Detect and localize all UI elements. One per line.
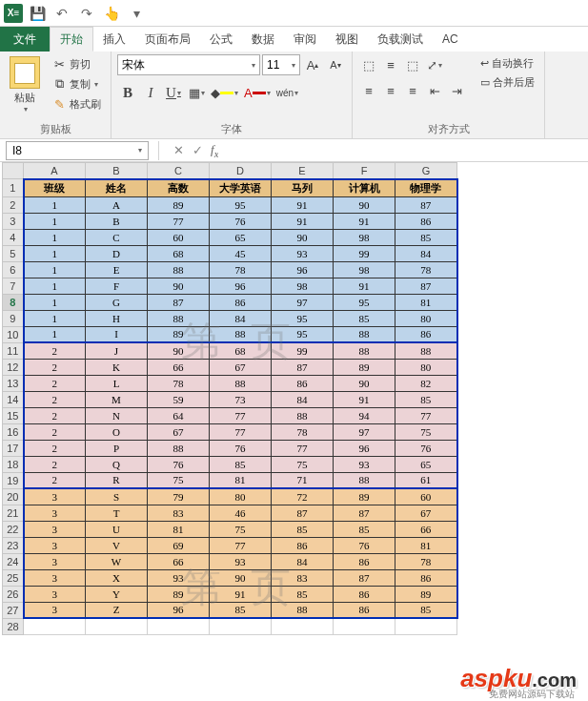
row-header[interactable]: 19 [3, 472, 24, 488]
format-painter-button[interactable]: ✎格式刷 [48, 94, 105, 113]
cell[interactable]: 86 [395, 569, 457, 586]
cell[interactable]: 73 [210, 391, 272, 407]
cell[interactable] [210, 618, 272, 634]
tab-ac[interactable]: AC [433, 27, 468, 52]
cell[interactable]: 76 [334, 537, 395, 553]
cell[interactable]: K [86, 359, 148, 375]
cell[interactable]: 95 [272, 326, 334, 342]
cell[interactable]: 67 [148, 423, 210, 440]
cell[interactable]: 85 [334, 521, 395, 537]
cell[interactable]: F [86, 278, 148, 294]
paste-button[interactable]: 粘贴 ▾ [6, 54, 44, 120]
cell[interactable]: D [86, 245, 148, 261]
cell[interactable]: 1 [24, 229, 86, 245]
phonetic-button[interactable]: wén▾ [274, 82, 300, 103]
cell[interactable]: 66 [148, 359, 210, 375]
cell[interactable]: 80 [395, 310, 457, 326]
cell[interactable]: 75 [395, 423, 457, 440]
cell[interactable]: 78 [395, 553, 457, 569]
row-header[interactable]: 18 [3, 456, 24, 472]
cell[interactable]: 2 [24, 456, 86, 472]
cell[interactable]: 89 [148, 586, 210, 602]
tab-review[interactable]: 审阅 [284, 27, 326, 52]
cell[interactable]: H [86, 310, 148, 326]
row-header[interactable]: 11 [3, 342, 24, 359]
cell[interactable] [395, 618, 457, 634]
font-color-button[interactable]: A▾ [242, 82, 273, 103]
row-header[interactable]: 2 [3, 196, 24, 213]
italic-button[interactable]: I [140, 82, 161, 103]
cell[interactable]: 77 [210, 407, 272, 423]
cell[interactable]: 3 [24, 602, 86, 618]
column-header[interactable]: C [148, 163, 210, 179]
border-button[interactable]: ▦▾ [186, 82, 207, 103]
cell[interactable]: 86 [395, 213, 457, 229]
cell[interactable]: 89 [148, 196, 210, 213]
cell[interactable]: 91 [272, 196, 334, 213]
cell[interactable]: 85 [272, 521, 334, 537]
cell[interactable]: 66 [395, 521, 457, 537]
cell[interactable]: 79 [148, 488, 210, 505]
cell[interactable]: 68 [148, 245, 210, 261]
cell[interactable]: 86 [272, 537, 334, 553]
row-header[interactable]: 25 [3, 569, 24, 586]
row-header[interactable]: 7 [3, 278, 24, 294]
cell[interactable]: 1 [24, 294, 86, 310]
cell[interactable]: 97 [334, 423, 395, 440]
redo-button[interactable]: ↷ [76, 3, 97, 24]
table-header-cell[interactable]: 马列 [272, 179, 334, 197]
cell[interactable]: 88 [272, 407, 334, 423]
cell[interactable]: 77 [210, 537, 272, 553]
cell[interactable]: 65 [395, 456, 457, 472]
row-header[interactable]: 4 [3, 229, 24, 245]
cell[interactable]: 85 [272, 586, 334, 602]
align-middle-button[interactable]: ≡ [380, 54, 401, 75]
cell[interactable]: 86 [395, 326, 457, 342]
cell[interactable]: 88 [334, 326, 395, 342]
cell[interactable]: 85 [395, 229, 457, 245]
cell[interactable]: 81 [210, 472, 272, 488]
cell[interactable]: C [86, 229, 148, 245]
row-header[interactable]: 21 [3, 505, 24, 521]
cut-button[interactable]: ✂剪切 [48, 54, 105, 73]
tab-home[interactable]: 开始 [50, 27, 93, 52]
cell[interactable]: 84 [272, 391, 334, 407]
cell[interactable]: 89 [334, 488, 395, 505]
row-header[interactable]: 10 [3, 326, 24, 342]
save-button[interactable]: 💾 [27, 3, 48, 24]
cell[interactable]: 90 [334, 375, 395, 391]
cell[interactable]: 90 [272, 229, 334, 245]
tab-file[interactable]: 文件 [0, 27, 50, 52]
column-header[interactable]: F [334, 163, 395, 179]
cell[interactable]: 77 [148, 213, 210, 229]
cell[interactable]: 85 [210, 602, 272, 618]
cell[interactable]: 85 [395, 391, 457, 407]
cell[interactable]: 72 [272, 488, 334, 505]
indent-decrease-button[interactable]: ⇤ [424, 80, 445, 101]
cell[interactable]: 98 [334, 261, 395, 278]
cell[interactable]: 86 [210, 294, 272, 310]
cell[interactable]: 1 [24, 196, 86, 213]
name-box[interactable]: I8▾ [6, 141, 149, 160]
align-top-button[interactable]: ⬚ [358, 54, 379, 75]
cell[interactable]: 84 [272, 553, 334, 569]
cell[interactable]: 1 [24, 261, 86, 278]
cell[interactable]: 1 [24, 310, 86, 326]
cell[interactable]: 98 [272, 278, 334, 294]
cell[interactable]: 76 [395, 440, 457, 456]
cell[interactable]: W [86, 553, 148, 569]
fx-icon[interactable]: fx [211, 142, 218, 159]
cell[interactable]: 65 [210, 229, 272, 245]
column-header[interactable]: D [210, 163, 272, 179]
shrink-font-button[interactable]: A▾ [325, 54, 346, 75]
cell[interactable]: 1 [24, 245, 86, 261]
cell[interactable]: 67 [395, 505, 457, 521]
cell[interactable]: 3 [24, 521, 86, 537]
cell[interactable]: O [86, 423, 148, 440]
cell[interactable]: 75 [272, 456, 334, 472]
cell[interactable]: 89 [148, 326, 210, 342]
tab-view[interactable]: 视图 [326, 27, 368, 52]
cell[interactable]: 85 [334, 310, 395, 326]
indent-increase-button[interactable]: ⇥ [446, 80, 467, 101]
cell[interactable]: 66 [148, 553, 210, 569]
